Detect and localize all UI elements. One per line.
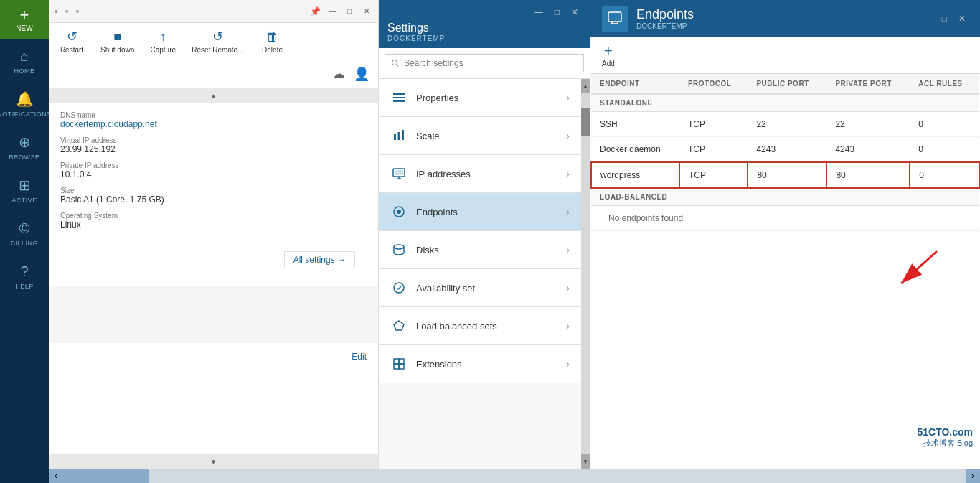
settings-item-disks-label: Disks: [416, 245, 566, 255]
wordpress-acl: 0: [910, 162, 979, 188]
restart-label: Restart: [60, 46, 83, 54]
vm-top-icons: ☁ 👤: [49, 60, 378, 88]
restart-button[interactable]: ↺ Restart: [57, 29, 86, 54]
vm-title-bar: • • • 📌 — □ ✕: [49, 0, 378, 23]
settings-item-load-balanced-sets[interactable]: Load balanced sets ›: [379, 307, 581, 345]
table-row-wordpress[interactable]: wordpress TCP 80 80 0: [591, 162, 979, 188]
col-endpoint: ENDPOINT: [591, 74, 679, 94]
scroll-left-btn[interactable]: ‹: [49, 469, 63, 483]
edit-button[interactable]: Edit: [352, 352, 367, 362]
settings-item-properties[interactable]: Properties ›: [379, 79, 581, 117]
sidebar-item-notifications[interactable]: 🔔 NOTIFICATIONS: [0, 83, 49, 126]
scroll-arrow-up[interactable]: ▲: [581, 79, 590, 93]
table-row-ssh[interactable]: SSH TCP 22 22 0: [591, 112, 979, 137]
sidebar-item-billing[interactable]: © BILLING: [0, 212, 49, 255]
load-balanced-sets-icon: [390, 317, 407, 334]
virtual-ip-value: 23.99.125.192: [60, 144, 367, 154]
size-group: Size Basic A1 (1 Core, 1.75 GB): [60, 187, 367, 205]
settings-item-scale[interactable]: Scale ›: [379, 117, 581, 155]
shutdown-button[interactable]: ■ Shut down: [100, 29, 134, 54]
endpoints-maximize-btn[interactable]: □: [939, 12, 950, 25]
bottom-scroll-thumb[interactable]: [63, 469, 149, 483]
scroll-down[interactable]: ▼: [49, 454, 378, 469]
endpoints-arrow-icon: ›: [566, 206, 570, 217]
scroll-right-btn[interactable]: ›: [966, 469, 980, 483]
table-row-empty: No endpoints found: [591, 206, 979, 231]
endpoints-table: ENDPOINT PROTOCOL PUBLIC PORT PRIVATE PO…: [590, 74, 980, 469]
disks-icon: [390, 241, 407, 258]
ssh-protocol: TCP: [679, 112, 748, 137]
reset-button[interactable]: ↺ Reset Remote...: [192, 29, 243, 54]
settings-item-endpoints-label: Endpoints: [416, 207, 566, 217]
settings-scrollbar[interactable]: ▲ ▼: [581, 79, 590, 469]
endpoints-minimize-btn[interactable]: —: [919, 12, 933, 25]
sidebar-item-home-label: HOME: [14, 67, 35, 75]
user-icon[interactable]: 👤: [354, 66, 369, 82]
settings-item-availability-set[interactable]: Availability set ›: [379, 269, 581, 307]
browse-icon: ⊕: [19, 133, 31, 151]
bottom-scrollbar[interactable]: ‹ ›: [49, 469, 980, 483]
svg-point-11: [397, 210, 401, 214]
endpoints-data-table: ENDPOINT PROTOCOL PUBLIC PORT PRIVATE PO…: [590, 74, 980, 231]
settings-close-btn[interactable]: ✕: [568, 6, 581, 19]
capture-label: Capture: [150, 46, 176, 54]
settings-item-extensions[interactable]: Extensions ›: [379, 345, 581, 383]
add-endpoint-button[interactable]: + Add: [602, 43, 615, 67]
svg-rect-5: [402, 130, 404, 140]
delete-button[interactable]: 🗑 Delete: [258, 29, 287, 54]
sidebar: + NEW ⌂ HOME 🔔 NOTIFICATIONS ⊕ BROWSE ⊞ …: [0, 0, 49, 483]
sidebar-item-home[interactable]: ⌂ HOME: [0, 39, 49, 83]
bottom-scroll-track[interactable]: [63, 469, 966, 483]
private-ip-group: Private IP address 10.1.0.4: [60, 161, 367, 179]
svg-rect-4: [398, 132, 400, 140]
settings-item-ip-addresses[interactable]: IP addresses ›: [379, 155, 581, 193]
svg-rect-15: [394, 359, 399, 364]
sidebar-item-billing-label: BILLING: [11, 240, 38, 247]
ip-addresses-icon: [390, 165, 407, 182]
endpoints-title-bar: Endpoints DOCKERTEMP — □ ✕: [590, 0, 980, 37]
dns-name-label: DNS name: [60, 111, 367, 119]
cloud-icon[interactable]: ☁: [332, 66, 345, 82]
windows-area: • • • 📌 — □ ✕ ↺ Restart ■ Shut down: [49, 0, 980, 469]
table-header-row: ENDPOINT PROTOCOL PUBLIC PORT PRIVATE PO…: [591, 74, 979, 94]
svg-rect-2: [393, 100, 405, 102]
main-area: • • • 📌 — □ ✕ ↺ Restart ■ Shut down: [49, 0, 980, 483]
shutdown-icon: ■: [113, 29, 121, 44]
sidebar-item-help[interactable]: ? HELP: [0, 255, 49, 298]
private-ip-label: Private IP address: [60, 161, 367, 169]
settings-minimize-btn[interactable]: —: [532, 6, 546, 19]
os-label: Operating System: [60, 212, 367, 220]
settings-item-disks[interactable]: Disks ›: [379, 231, 581, 269]
settings-item-properties-label: Properties: [416, 93, 566, 103]
svg-point-12: [394, 245, 404, 249]
endpoints-subtitle: DOCKERTEMP: [636, 22, 694, 30]
docker-private-port: 4243: [826, 137, 910, 163]
svg-rect-1: [393, 97, 405, 98]
new-button[interactable]: + NEW: [0, 0, 49, 39]
endpoints-close-btn[interactable]: ✕: [956, 12, 969, 25]
home-icon: ⌂: [20, 48, 29, 65]
sidebar-item-browse[interactable]: ⊕ BROWSE: [0, 126, 49, 169]
no-endpoints-text: No endpoints found: [600, 206, 692, 230]
svg-rect-3: [394, 134, 396, 140]
capture-button[interactable]: ↑ Capture: [149, 29, 177, 54]
sidebar-item-active[interactable]: ⊞ ACTIVE: [0, 169, 49, 212]
settings-maximize-btn[interactable]: □: [552, 6, 562, 19]
scroll-arrow-down[interactable]: ▼: [581, 454, 590, 469]
table-row-docker[interactable]: Docker daemon TCP 4243 4243 0: [591, 137, 979, 163]
search-input[interactable]: [385, 54, 584, 72]
wordpress-private-port: 80: [826, 162, 910, 188]
scroll-thumb[interactable]: [581, 108, 590, 136]
billing-icon: ©: [19, 220, 30, 237]
pin-icon[interactable]: 📌: [310, 6, 321, 17]
settings-item-endpoints[interactable]: Endpoints ›: [379, 193, 581, 231]
minimize-button[interactable]: —: [326, 6, 338, 17]
wordpress-endpoint: wordpress: [591, 162, 679, 188]
scroll-up[interactable]: ▲: [49, 88, 378, 103]
delete-icon: 🗑: [266, 29, 279, 44]
maximize-button[interactable]: □: [344, 6, 355, 17]
all-settings-button[interactable]: All settings →: [284, 251, 355, 268]
settings-item-ip-addresses-label: IP addresses: [416, 169, 566, 179]
close-button[interactable]: ✕: [361, 6, 372, 17]
svg-rect-7: [395, 170, 403, 175]
